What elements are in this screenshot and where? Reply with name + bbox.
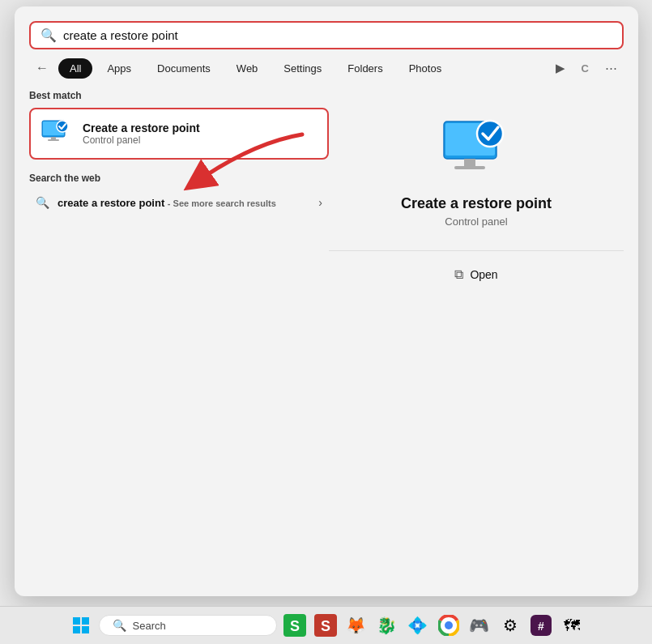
svg-rect-11 [73, 617, 80, 625]
svg-rect-13 [73, 626, 80, 633]
web-search-more: - See more search results [168, 198, 276, 208]
chevron-right-icon: › [318, 196, 322, 209]
tab-apps[interactable]: Apps [96, 58, 143, 79]
taskbar-icon-vscode[interactable]: 💠 [403, 611, 433, 640]
search-bar[interactable]: 🔍 [29, 21, 624, 49]
open-button[interactable]: ⧉ Open [454, 264, 497, 285]
taskbar-icon-s2[interactable]: S [311, 611, 340, 640]
taskbar-icon-steam[interactable]: 🎮 [465, 611, 494, 640]
web-search-item[interactable]: 🔍 create a restore point - See more sear… [29, 187, 329, 218]
svg-point-10 [477, 121, 503, 147]
taskbar-icon-topaz[interactable]: 🐉 [373, 611, 402, 640]
taskbar-icon-firefox[interactable]: 🦊 [342, 611, 371, 640]
svg-rect-8 [464, 159, 475, 167]
taskbar-icon-slack[interactable]: # [526, 611, 556, 640]
svg-text:S: S [320, 618, 330, 634]
svg-rect-3 [48, 139, 59, 141]
best-match-label: Best match [29, 88, 329, 103]
search-bar-container: 🔍 [15, 6, 638, 58]
taskbar-icon-chrome[interactable] [434, 611, 463, 640]
web-section-label: Search the web [29, 173, 329, 184]
tab-photos[interactable]: Photos [398, 58, 453, 79]
desktop: 🔍 ← All Apps Documents Web Settings Fold… [0, 0, 652, 606]
tab-documents[interactable]: Documents [146, 58, 222, 79]
tab-web[interactable]: Web [225, 58, 270, 79]
more-options-button[interactable]: ⋯ [599, 58, 624, 79]
divider [329, 250, 624, 251]
taskbar-search-icon: 🔍 [113, 619, 126, 632]
web-search-icon: 🔍 [36, 196, 49, 209]
tab-settings[interactable]: Settings [272, 58, 333, 79]
svg-rect-12 [82, 617, 89, 625]
best-match-subtitle: Control panel [83, 134, 200, 146]
taskbar-search[interactable]: 🔍 Search [99, 615, 277, 636]
open-label: Open [470, 268, 497, 281]
web-search-query: create a restore point [58, 197, 164, 209]
loading-indicator: C [575, 59, 595, 78]
taskbar: 🔍 Search S S 🦊 🐉 💠 [0, 606, 652, 644]
tab-folders[interactable]: Folders [336, 58, 394, 79]
best-match-title: Create a restore point [83, 122, 200, 134]
result-subtitle: Control panel [445, 215, 507, 228]
svg-point-21 [445, 622, 452, 629]
svg-rect-9 [454, 166, 485, 169]
best-match-item[interactable]: Create a restore point Control panel [29, 108, 329, 160]
back-button[interactable]: ← [29, 58, 55, 79]
web-search-text: create a restore point - See more search… [58, 195, 276, 210]
main-content: Best match [15, 85, 638, 596]
start-button[interactable] [66, 611, 96, 640]
best-match-icon [40, 117, 73, 150]
best-match-text: Create a restore point Control panel [83, 122, 200, 146]
play-button[interactable]: ▶ [549, 58, 572, 79]
taskbar-icon-maps[interactable]: 🗺 [557, 611, 586, 640]
web-search-left: 🔍 create a restore point - See more sear… [36, 195, 276, 210]
right-panel: Create a restore point Control panel ⧉ O… [329, 85, 624, 582]
taskbar-icon-skype[interactable]: S [280, 611, 309, 640]
search-icon: 🔍 [40, 28, 57, 43]
svg-text:S: S [289, 618, 299, 634]
result-title: Create a restore point [401, 195, 552, 212]
search-input[interactable] [63, 28, 612, 42]
result-big-icon [440, 117, 513, 182]
open-external-icon: ⧉ [454, 267, 463, 282]
svg-rect-14 [82, 626, 89, 633]
tab-all[interactable]: All [58, 58, 92, 79]
svg-text:#: # [538, 620, 544, 633]
filter-tabs: ← All Apps Documents Web Settings Folder… [15, 58, 638, 85]
taskbar-search-label: Search [133, 620, 166, 632]
left-panel: Best match [29, 85, 329, 582]
search-window: 🔍 ← All Apps Documents Web Settings Fold… [15, 6, 638, 596]
taskbar-icons: S S 🦊 🐉 💠 [280, 611, 586, 640]
taskbar-icon-settings[interactable]: ⚙ [496, 611, 525, 640]
